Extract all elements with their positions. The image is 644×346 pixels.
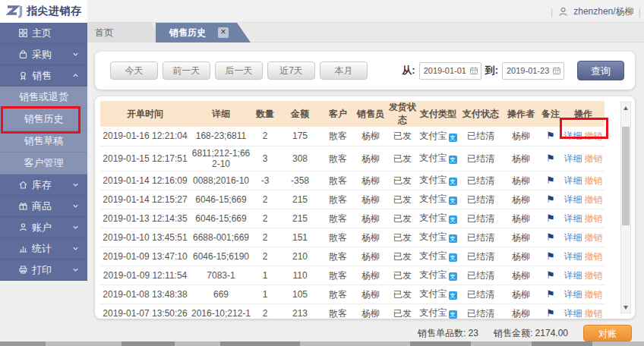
detail-link[interactable]: 详细 xyxy=(564,194,582,205)
this-month-button[interactable]: 本月 xyxy=(320,61,368,80)
scrollbar-thumb[interactable] xyxy=(622,127,630,225)
detail-link[interactable]: 详细 xyxy=(564,232,582,243)
flag-icon: ⚑ xyxy=(546,175,555,186)
sidebar-item-home[interactable]: 主页 xyxy=(0,23,87,44)
cell-quantity: 2 xyxy=(252,190,278,209)
cancel-link[interactable]: 撤销 xyxy=(585,153,603,164)
scroll-up-arrow-icon[interactable] xyxy=(621,103,630,112)
cell-operator: 杨柳 xyxy=(503,228,539,247)
user-name[interactable]: zhenzhen/杨柳 xyxy=(573,5,633,18)
vertical-scrollbar[interactable] xyxy=(620,102,631,313)
cell-amount: 215 xyxy=(278,190,322,209)
sidebar-item-statistics[interactable]: 统计 xyxy=(0,238,87,260)
cell-pay-type: 支付宝支 xyxy=(418,304,459,322)
scroll-down-arrow-icon[interactable] xyxy=(621,303,630,312)
tab-sales-history[interactable]: 销售历史× xyxy=(156,23,251,42)
flag-icon: ⚑ xyxy=(546,288,555,300)
cell-ship-status: 已发 xyxy=(387,127,418,146)
cell-quantity: 2 xyxy=(252,209,278,228)
to-date-input[interactable]: 2019-01-23 xyxy=(502,62,564,80)
cell-quantity: 3 xyxy=(252,146,278,171)
previous-day-button[interactable]: 前一天 xyxy=(163,61,210,80)
sidebar-item-sales-history[interactable]: 销售历史 xyxy=(0,109,87,131)
cancel-link[interactable]: 撤销 xyxy=(585,289,603,300)
sidebar-item-sales-draft[interactable]: 销售草稿 xyxy=(0,131,87,153)
amount-label: 销售金额: xyxy=(494,328,532,338)
alipay-icon: 支 xyxy=(449,291,457,300)
chevron-down-icon xyxy=(71,202,80,210)
detail-link[interactable]: 详细 xyxy=(564,213,582,224)
alipay-icon: 支 xyxy=(449,197,457,205)
detail-link[interactable]: 详细 xyxy=(564,153,582,164)
last-7-days-button[interactable]: 近7天 xyxy=(267,61,315,80)
cell-pay-type: 支付宝支 xyxy=(418,146,459,171)
close-icon[interactable]: × xyxy=(218,27,229,38)
next-day-button[interactable]: 后一天 xyxy=(215,61,263,80)
cell-note: ⚑ xyxy=(539,266,562,285)
app-logo: 指尖进销存 xyxy=(0,0,87,23)
cell-customer: 散客 xyxy=(322,146,354,171)
sidebar-item-sales[interactable]: 销售 xyxy=(0,65,87,86)
sidebar-item-label: 客户管理 xyxy=(24,156,64,170)
sidebar-item-goods[interactable]: 商品 xyxy=(0,196,87,217)
cell-pay-status: 已结清 xyxy=(459,285,503,304)
cell-actions: 详细撤销 xyxy=(562,285,605,304)
cell-pay-status: 已结清 xyxy=(459,190,503,209)
cancel-link[interactable]: 撤销 xyxy=(585,175,603,186)
calendar-icon[interactable] xyxy=(469,66,478,75)
sidebar-item-sales-or-return[interactable]: 销售或退货 xyxy=(0,86,87,109)
cancel-link[interactable]: 撤销 xyxy=(585,194,603,205)
cancel-link[interactable]: 撤销 xyxy=(585,213,603,224)
app-title: 指尖进销存 xyxy=(27,5,82,18)
sidebar: 主页 采购 销售 销售或退货 销售历史 销售草稿 客户管理 xyxy=(0,23,87,281)
detail-link[interactable]: 详细 xyxy=(564,251,582,262)
chevron-down-icon xyxy=(71,223,80,231)
detail-link[interactable]: 详细 xyxy=(564,175,582,186)
sidebar-item-purchase[interactable]: 采购 xyxy=(0,44,87,65)
sidebar-item-label: 销售草稿 xyxy=(24,134,64,148)
cell-actions: 详细撤销 xyxy=(562,247,605,266)
to-label: 到: xyxy=(485,64,498,77)
cell-order-time: 2019-01-15 12:17:51 xyxy=(100,146,190,171)
alipay-icon: 支 xyxy=(449,253,457,262)
from-date-input[interactable]: 2019-01-01 xyxy=(419,62,481,80)
sidebar-item-customer-management[interactable]: 客户管理 xyxy=(0,153,87,175)
flag-icon: ⚑ xyxy=(546,307,555,319)
cell-ship-status: 已发 xyxy=(387,285,418,304)
divider: | xyxy=(551,6,553,17)
cell-pay-status: 已结清 xyxy=(459,304,503,322)
detail-link[interactable]: 详细 xyxy=(564,270,582,281)
cancel-link[interactable]: 撤销 xyxy=(585,232,603,243)
cancel-link[interactable]: 撤销 xyxy=(585,251,603,262)
cell-customer: 散客 xyxy=(322,209,354,228)
cell-amount: 105 xyxy=(278,285,322,304)
detail-link[interactable]: 详细 xyxy=(564,308,582,319)
sidebar-item-inventory[interactable]: 库存 xyxy=(0,175,87,196)
gift-icon xyxy=(18,201,28,211)
detail-link[interactable]: 详细 xyxy=(564,289,582,300)
cell-order-time: 2019-01-14 12:16:09 xyxy=(100,171,190,190)
cell-note: ⚑ xyxy=(539,127,562,146)
sidebar-item-account[interactable]: 账户 xyxy=(0,217,87,238)
cell-customer: 散客 xyxy=(322,266,354,285)
cell-order-time: 2019-01-09 12:11:54 xyxy=(100,266,190,285)
cancel-link[interactable]: 撤销 xyxy=(585,308,603,319)
detail-link[interactable]: 详细 xyxy=(564,131,582,141)
tab-home[interactable]: 首页 xyxy=(87,23,163,42)
column-header: 操作者 xyxy=(503,101,539,127)
cell-operator: 杨柳 xyxy=(503,127,539,146)
top-bar: 指尖进销存 | zhenzhen/杨柳 | xyxy=(0,0,644,23)
query-button[interactable]: 查询 xyxy=(577,61,624,80)
today-button[interactable]: 今天 xyxy=(110,61,158,80)
cancel-link[interactable]: 撤销 xyxy=(585,270,603,281)
calendar-icon[interactable] xyxy=(552,66,561,75)
cell-pay-type: 支付宝支 xyxy=(418,190,459,209)
table-row: 2019-01-15 12:17:516811;212-1;662-103308… xyxy=(100,146,605,171)
cancel-link[interactable]: 撤销 xyxy=(585,131,603,141)
cell-detail: 6046-15;6190 xyxy=(190,247,252,266)
reconcile-button[interactable]: 对账 xyxy=(583,325,632,341)
sidebar-item-print[interactable]: 打印 xyxy=(0,260,87,281)
cell-actions: 详细撤销 xyxy=(562,209,605,228)
to-date-value: 2019-01-23 xyxy=(507,66,549,75)
cell-note: ⚑ xyxy=(539,171,562,190)
